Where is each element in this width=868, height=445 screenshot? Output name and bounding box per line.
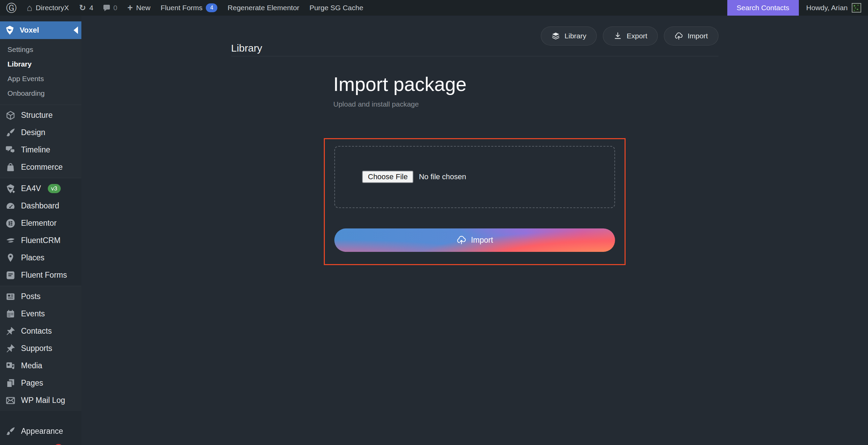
cube-icon <box>5 110 16 120</box>
import-submit-button[interactable]: Import <box>334 228 615 252</box>
library-button[interactable]: Library <box>541 26 597 45</box>
fluent-forms-badge: 4 <box>206 3 217 12</box>
sidebar-item-pages[interactable]: Pages <box>0 374 81 392</box>
site-name-link[interactable]: ⌂ DirectoryX <box>27 3 69 13</box>
sidebar-item-posts[interactable]: Posts <box>0 288 81 305</box>
sidebar-item-settings[interactable]: Settings <box>0 42 81 57</box>
sidebar-item-places[interactable]: Places <box>0 249 81 266</box>
newspaper-icon <box>5 292 16 302</box>
sidebar-item-plugins[interactable]: Plugins 4 <box>0 440 81 445</box>
brush-icon <box>5 128 16 138</box>
import-nav-button-label: Import <box>688 32 708 40</box>
file-input[interactable]: Choose File No file chosen <box>362 171 466 183</box>
sidebar-gap <box>0 411 81 423</box>
sidebar-item-events[interactable]: Events <box>0 305 81 322</box>
home-icon: ⌂ <box>27 3 32 13</box>
sidebar-item-fluent-forms[interactable]: Fluent Forms <box>0 266 81 284</box>
plus-icon: + <box>127 3 133 13</box>
speedometer-icon <box>5 201 16 211</box>
export-button[interactable]: Export <box>603 26 658 45</box>
sidebar-item-label: Places <box>21 253 44 262</box>
main-content: Library Library Export Import Import pac… <box>81 0 868 265</box>
plug-icon <box>5 444 16 445</box>
import-panel-highlight: Choose File No file chosen Import <box>324 138 626 265</box>
sidebar-item-timeline[interactable]: Timeline <box>0 141 81 159</box>
sidebar-item-onboarding[interactable]: Onboarding <box>0 86 81 100</box>
sidebar-item-app-events[interactable]: App Events <box>0 71 81 86</box>
site-name: DirectoryX <box>36 4 69 12</box>
sidebar-item-label: Timeline <box>21 145 50 154</box>
sidebar-item-ea4v[interactable]: EA4V v3 <box>0 180 81 197</box>
sidebar-item-label: Fluent Forms <box>21 271 67 280</box>
shopping-bag-icon <box>5 162 16 172</box>
section-heading: Import package <box>324 73 626 96</box>
pushpin-icon <box>5 326 16 336</box>
updates-link[interactable]: ↻ 4 <box>79 4 93 12</box>
import-nav-button[interactable]: Import <box>664 26 718 45</box>
map-pin-icon <box>5 253 16 263</box>
layers-icon <box>551 32 560 40</box>
sidebar-item-label: FluentCRM <box>21 236 60 245</box>
sidebar-item-structure[interactable]: Structure <box>0 107 81 124</box>
media-icon <box>5 361 16 371</box>
import-package-section: Import package Upload and install packag… <box>324 73 626 265</box>
sidebar-item-contacts[interactable]: Contacts <box>0 322 81 340</box>
sidebar-item-appearance[interactable]: Appearance <box>0 423 81 440</box>
elementor-icon <box>5 218 16 228</box>
choose-file-button[interactable]: Choose File <box>362 171 413 183</box>
sidebar-item-label: EA4V <box>21 184 41 193</box>
sidebar-item-label: Appearance <box>21 427 63 436</box>
export-button-label: Export <box>627 32 647 40</box>
purge-sg-cache-link[interactable]: Purge SG Cache <box>310 4 363 12</box>
appearance-brush-icon <box>5 426 16 437</box>
sidebar-item-design[interactable]: Design <box>0 124 81 141</box>
file-dropzone[interactable]: Choose File No file chosen <box>334 146 615 208</box>
chat-bubbles-icon <box>5 145 16 155</box>
new-label: New <box>136 4 151 12</box>
admin-sidebar: Voxel Settings Library App Events Onboar… <box>0 16 81 445</box>
wordpress-menu[interactable]: Ⓖ <box>6 3 17 13</box>
pages-icon <box>5 378 16 388</box>
sidebar-item-label: Design <box>21 128 45 137</box>
wordpress-logo-icon: Ⓖ <box>6 3 17 13</box>
sidebar-item-label: Posts <box>21 292 41 301</box>
voxel-gem-plus-icon <box>5 184 16 194</box>
comments-link[interactable]: 0 <box>103 4 117 12</box>
cloud-upload-icon <box>674 32 683 40</box>
new-content-link[interactable]: + New <box>127 3 151 13</box>
account-menu[interactable]: Howdy, Arian <box>799 3 868 13</box>
sidebar-item-supports[interactable]: Supports <box>0 340 81 357</box>
avatar <box>852 3 861 13</box>
regenerate-elementor-link[interactable]: Regenerate Elementor <box>228 4 299 12</box>
search-contacts-button[interactable]: Search Contacts <box>727 0 799 16</box>
calendar-icon <box>5 309 16 319</box>
sidebar-item-label: Events <box>21 309 45 318</box>
sidebar-item-label: Contacts <box>21 327 52 336</box>
sidebar-item-library[interactable]: Library <box>0 57 81 71</box>
sidebar-item-fluentcrm[interactable]: FluentCRM <box>0 232 81 249</box>
wp-admin-bar: Ⓖ ⌂ DirectoryX ↻ 4 0 + New Fluent Forms … <box>0 0 868 16</box>
file-status-text: No file chosen <box>419 172 466 181</box>
version-badge: v3 <box>48 184 61 193</box>
sidebar-item-voxel[interactable]: Voxel <box>0 21 81 39</box>
cloud-upload-icon <box>456 235 467 245</box>
fluent-forms-label: Fluent Forms <box>161 4 203 12</box>
form-icon <box>5 270 16 280</box>
sidebar-item-elementor[interactable]: Elementor <box>0 215 81 232</box>
header-actions: Library Export Import <box>541 26 718 45</box>
sidebar-item-ecommerce[interactable]: Ecommerce <box>0 159 81 176</box>
voxel-submenu: Settings Library App Events Onboarding <box>0 39 81 105</box>
page-header: Library Library Export Import <box>231 16 718 56</box>
sidebar-item-dashboard[interactable]: Dashboard <box>0 197 81 215</box>
download-icon <box>613 32 622 40</box>
sidebar-item-label: Structure <box>21 111 53 120</box>
sidebar-group-wp: Appearance Plugins 4 <box>0 423 81 445</box>
sidebar-item-wp-mail-log[interactable]: WP Mail Log <box>0 392 81 409</box>
section-subheading: Upload and install package <box>324 100 626 108</box>
comments-count: 0 <box>113 4 117 12</box>
voxel-label: Voxel <box>20 26 39 35</box>
updates-count: 4 <box>89 4 93 12</box>
page-title: Library <box>231 42 262 54</box>
fluent-forms-link[interactable]: Fluent Forms 4 <box>161 3 218 12</box>
sidebar-item-media[interactable]: Media <box>0 357 81 374</box>
